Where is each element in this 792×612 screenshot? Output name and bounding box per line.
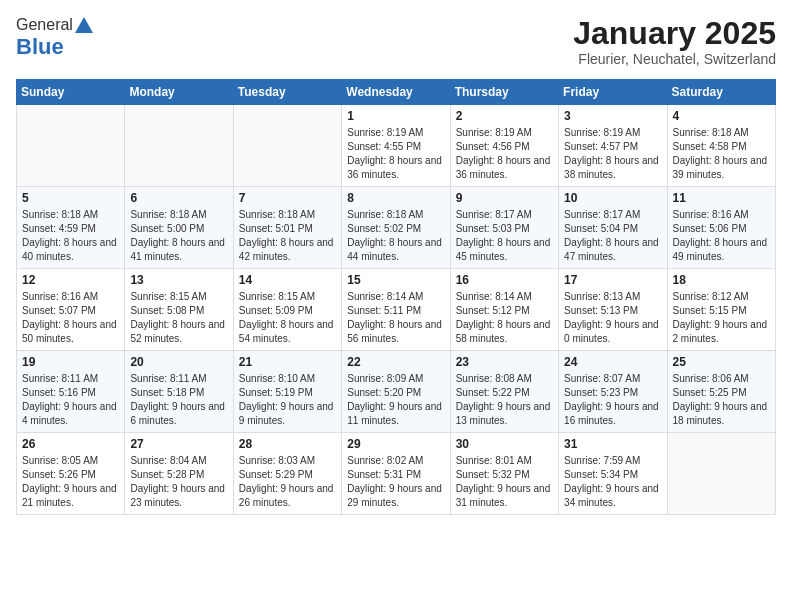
calendar-cell: 13Sunrise: 8:15 AM Sunset: 5:08 PM Dayli… (125, 269, 233, 351)
calendar-week-row: 19Sunrise: 8:11 AM Sunset: 5:16 PM Dayli… (17, 351, 776, 433)
calendar-cell: 2Sunrise: 8:19 AM Sunset: 4:56 PM Daylig… (450, 105, 558, 187)
day-number: 11 (673, 191, 770, 205)
day-info: Sunrise: 8:15 AM Sunset: 5:09 PM Dayligh… (239, 290, 336, 346)
weekday-header-thursday: Thursday (450, 80, 558, 105)
day-info: Sunrise: 8:01 AM Sunset: 5:32 PM Dayligh… (456, 454, 553, 510)
day-info: Sunrise: 8:18 AM Sunset: 4:59 PM Dayligh… (22, 208, 119, 264)
calendar-cell: 8Sunrise: 8:18 AM Sunset: 5:02 PM Daylig… (342, 187, 450, 269)
day-number: 7 (239, 191, 336, 205)
day-number: 25 (673, 355, 770, 369)
day-info: Sunrise: 8:18 AM Sunset: 5:00 PM Dayligh… (130, 208, 227, 264)
day-info: Sunrise: 8:11 AM Sunset: 5:18 PM Dayligh… (130, 372, 227, 428)
day-info: Sunrise: 8:05 AM Sunset: 5:26 PM Dayligh… (22, 454, 119, 510)
calendar-cell: 14Sunrise: 8:15 AM Sunset: 5:09 PM Dayli… (233, 269, 341, 351)
logo-triangle-icon (75, 17, 93, 33)
calendar-cell: 29Sunrise: 8:02 AM Sunset: 5:31 PM Dayli… (342, 433, 450, 515)
day-number: 13 (130, 273, 227, 287)
day-number: 21 (239, 355, 336, 369)
day-number: 23 (456, 355, 553, 369)
day-number: 19 (22, 355, 119, 369)
calendar-cell: 9Sunrise: 8:17 AM Sunset: 5:03 PM Daylig… (450, 187, 558, 269)
calendar-cell: 1Sunrise: 8:19 AM Sunset: 4:55 PM Daylig… (342, 105, 450, 187)
calendar-cell: 18Sunrise: 8:12 AM Sunset: 5:15 PM Dayli… (667, 269, 775, 351)
calendar-week-row: 1Sunrise: 8:19 AM Sunset: 4:55 PM Daylig… (17, 105, 776, 187)
day-info: Sunrise: 7:59 AM Sunset: 5:34 PM Dayligh… (564, 454, 661, 510)
calendar-cell: 4Sunrise: 8:18 AM Sunset: 4:58 PM Daylig… (667, 105, 775, 187)
day-info: Sunrise: 8:04 AM Sunset: 5:28 PM Dayligh… (130, 454, 227, 510)
day-info: Sunrise: 8:16 AM Sunset: 5:07 PM Dayligh… (22, 290, 119, 346)
logo: General Blue (16, 16, 93, 60)
calendar-cell: 28Sunrise: 8:03 AM Sunset: 5:29 PM Dayli… (233, 433, 341, 515)
calendar-cell: 19Sunrise: 8:11 AM Sunset: 5:16 PM Dayli… (17, 351, 125, 433)
day-number: 2 (456, 109, 553, 123)
day-info: Sunrise: 8:15 AM Sunset: 5:08 PM Dayligh… (130, 290, 227, 346)
day-number: 10 (564, 191, 661, 205)
weekday-header-monday: Monday (125, 80, 233, 105)
calendar-cell: 5Sunrise: 8:18 AM Sunset: 4:59 PM Daylig… (17, 187, 125, 269)
day-number: 3 (564, 109, 661, 123)
day-number: 22 (347, 355, 444, 369)
day-number: 17 (564, 273, 661, 287)
day-number: 18 (673, 273, 770, 287)
calendar-week-row: 12Sunrise: 8:16 AM Sunset: 5:07 PM Dayli… (17, 269, 776, 351)
calendar-cell (667, 433, 775, 515)
weekday-header-saturday: Saturday (667, 80, 775, 105)
calendar-cell (125, 105, 233, 187)
day-number: 16 (456, 273, 553, 287)
calendar-cell: 27Sunrise: 8:04 AM Sunset: 5:28 PM Dayli… (125, 433, 233, 515)
day-info: Sunrise: 8:08 AM Sunset: 5:22 PM Dayligh… (456, 372, 553, 428)
day-number: 26 (22, 437, 119, 451)
calendar-cell: 16Sunrise: 8:14 AM Sunset: 5:12 PM Dayli… (450, 269, 558, 351)
day-number: 1 (347, 109, 444, 123)
day-number: 24 (564, 355, 661, 369)
weekday-header-row: SundayMondayTuesdayWednesdayThursdayFrid… (17, 80, 776, 105)
day-number: 29 (347, 437, 444, 451)
day-info: Sunrise: 8:14 AM Sunset: 5:12 PM Dayligh… (456, 290, 553, 346)
day-number: 30 (456, 437, 553, 451)
weekday-header-sunday: Sunday (17, 80, 125, 105)
month-title: January 2025 (573, 16, 776, 51)
calendar-cell: 6Sunrise: 8:18 AM Sunset: 5:00 PM Daylig… (125, 187, 233, 269)
calendar-cell: 21Sunrise: 8:10 AM Sunset: 5:19 PM Dayli… (233, 351, 341, 433)
weekday-header-friday: Friday (559, 80, 667, 105)
calendar-cell: 12Sunrise: 8:16 AM Sunset: 5:07 PM Dayli… (17, 269, 125, 351)
calendar-week-row: 26Sunrise: 8:05 AM Sunset: 5:26 PM Dayli… (17, 433, 776, 515)
svg-marker-0 (75, 17, 93, 33)
day-number: 31 (564, 437, 661, 451)
calendar-cell: 20Sunrise: 8:11 AM Sunset: 5:18 PM Dayli… (125, 351, 233, 433)
location-text: Fleurier, Neuchatel, Switzerland (573, 51, 776, 67)
title-block: January 2025 Fleurier, Neuchatel, Switze… (573, 16, 776, 67)
calendar-cell: 24Sunrise: 8:07 AM Sunset: 5:23 PM Dayli… (559, 351, 667, 433)
day-info: Sunrise: 8:17 AM Sunset: 5:03 PM Dayligh… (456, 208, 553, 264)
page-header: General Blue January 2025 Fleurier, Neuc… (16, 16, 776, 67)
calendar-cell (17, 105, 125, 187)
calendar-week-row: 5Sunrise: 8:18 AM Sunset: 4:59 PM Daylig… (17, 187, 776, 269)
day-info: Sunrise: 8:19 AM Sunset: 4:57 PM Dayligh… (564, 126, 661, 182)
day-info: Sunrise: 8:19 AM Sunset: 4:56 PM Dayligh… (456, 126, 553, 182)
calendar-cell: 25Sunrise: 8:06 AM Sunset: 5:25 PM Dayli… (667, 351, 775, 433)
day-number: 28 (239, 437, 336, 451)
day-info: Sunrise: 8:06 AM Sunset: 5:25 PM Dayligh… (673, 372, 770, 428)
calendar-cell: 31Sunrise: 7:59 AM Sunset: 5:34 PM Dayli… (559, 433, 667, 515)
calendar-cell: 22Sunrise: 8:09 AM Sunset: 5:20 PM Dayli… (342, 351, 450, 433)
logo-general-text: General (16, 16, 73, 34)
weekday-header-wednesday: Wednesday (342, 80, 450, 105)
calendar-table: SundayMondayTuesdayWednesdayThursdayFrid… (16, 79, 776, 515)
day-info: Sunrise: 8:09 AM Sunset: 5:20 PM Dayligh… (347, 372, 444, 428)
calendar-cell: 23Sunrise: 8:08 AM Sunset: 5:22 PM Dayli… (450, 351, 558, 433)
calendar-cell: 30Sunrise: 8:01 AM Sunset: 5:32 PM Dayli… (450, 433, 558, 515)
day-info: Sunrise: 8:16 AM Sunset: 5:06 PM Dayligh… (673, 208, 770, 264)
day-info: Sunrise: 8:11 AM Sunset: 5:16 PM Dayligh… (22, 372, 119, 428)
calendar-cell: 3Sunrise: 8:19 AM Sunset: 4:57 PM Daylig… (559, 105, 667, 187)
day-number: 8 (347, 191, 444, 205)
day-info: Sunrise: 8:18 AM Sunset: 5:02 PM Dayligh… (347, 208, 444, 264)
logo-blue-text: Blue (16, 34, 64, 60)
day-number: 12 (22, 273, 119, 287)
day-number: 5 (22, 191, 119, 205)
day-info: Sunrise: 8:10 AM Sunset: 5:19 PM Dayligh… (239, 372, 336, 428)
calendar-cell: 7Sunrise: 8:18 AM Sunset: 5:01 PM Daylig… (233, 187, 341, 269)
day-info: Sunrise: 8:02 AM Sunset: 5:31 PM Dayligh… (347, 454, 444, 510)
calendar-cell: 10Sunrise: 8:17 AM Sunset: 5:04 PM Dayli… (559, 187, 667, 269)
day-number: 6 (130, 191, 227, 205)
day-info: Sunrise: 8:19 AM Sunset: 4:55 PM Dayligh… (347, 126, 444, 182)
